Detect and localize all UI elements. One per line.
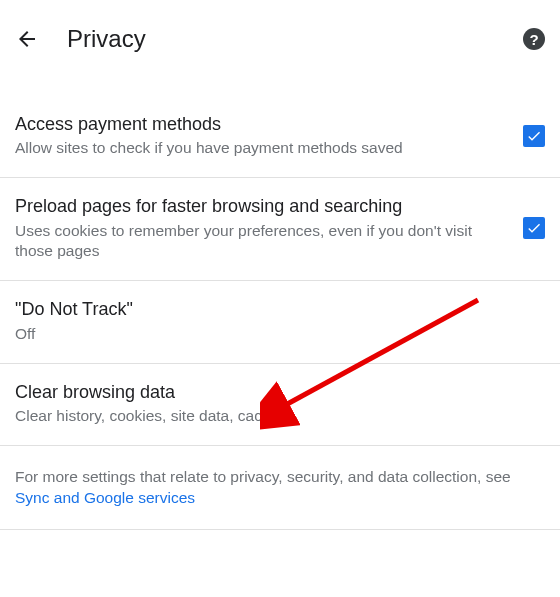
settings-list: Access payment methods Allow sites to ch… xyxy=(0,96,560,446)
setting-subtitle: Allow sites to check if you have payment… xyxy=(15,138,513,159)
setting-title: Access payment methods xyxy=(15,112,513,136)
setting-preload-pages[interactable]: Preload pages for faster browsing and se… xyxy=(0,178,560,281)
setting-title: Preload pages for faster browsing and se… xyxy=(15,194,513,218)
page-title: Privacy xyxy=(67,25,495,53)
setting-text: Preload pages for faster browsing and se… xyxy=(15,194,523,262)
checkmark-icon xyxy=(526,220,542,236)
setting-clear-browsing-data[interactable]: Clear browsing data Clear history, cooki… xyxy=(0,364,560,446)
setting-do-not-track[interactable]: "Do Not Track" Off xyxy=(0,281,560,363)
setting-subtitle: Uses cookies to remember your preference… xyxy=(15,221,513,263)
setting-text: Access payment methods Allow sites to ch… xyxy=(15,112,523,159)
help-icon: ? xyxy=(529,31,538,48)
sync-services-link[interactable]: Sync and Google services xyxy=(15,489,195,506)
checkbox-access-payment[interactable] xyxy=(523,125,545,147)
setting-text: Clear browsing data Clear history, cooki… xyxy=(15,380,545,427)
setting-subtitle: Clear history, cookies, site data, cache… xyxy=(15,406,535,427)
footer-text: For more settings that relate to privacy… xyxy=(15,468,511,485)
setting-text: "Do Not Track" Off xyxy=(15,297,545,344)
checkbox-preload-pages[interactable] xyxy=(523,217,545,239)
checkmark-icon xyxy=(526,128,542,144)
header-bar: Privacy ? xyxy=(0,0,560,68)
back-button[interactable] xyxy=(15,27,39,51)
back-arrow-icon xyxy=(15,27,39,51)
setting-access-payment-methods[interactable]: Access payment methods Allow sites to ch… xyxy=(0,96,560,178)
setting-subtitle: Off xyxy=(15,324,535,345)
help-button[interactable]: ? xyxy=(523,28,545,50)
setting-title: "Do Not Track" xyxy=(15,297,535,321)
setting-title: Clear browsing data xyxy=(15,380,535,404)
footer-note: For more settings that relate to privacy… xyxy=(0,446,560,530)
